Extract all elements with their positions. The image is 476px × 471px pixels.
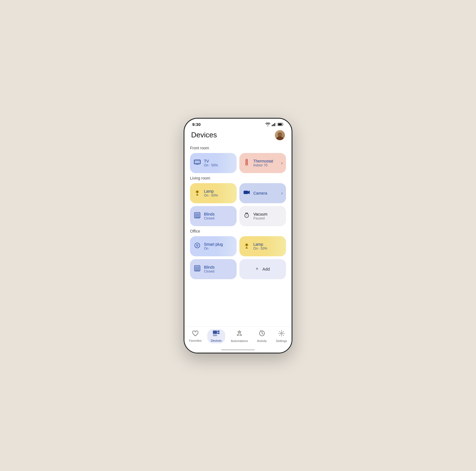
smart-plug-info: Smart plug On: [204, 242, 233, 250]
svg-point-31: [246, 244, 248, 246]
add-icon: +: [256, 266, 259, 272]
svg-rect-29: [198, 244, 198, 245]
avatar[interactable]: [275, 130, 285, 140]
svg-rect-15: [196, 195, 198, 195]
svg-marker-17: [248, 190, 250, 194]
thermostat-chevron: ›: [281, 161, 283, 166]
bottom-nav: Favorites Devices: [184, 326, 292, 347]
svg-rect-40: [217, 331, 220, 332]
nav-item-automations[interactable]: Automations: [227, 329, 251, 344]
vacuum-name: Vacuum: [253, 212, 283, 216]
svg-rect-11: [246, 160, 247, 162]
lamp-office-icon: [243, 242, 251, 250]
battery-icon: [278, 123, 284, 126]
vacuum-info: Vacuum Paused: [253, 212, 283, 220]
svg-rect-0: [272, 125, 273, 126]
svg-rect-39: [213, 331, 217, 334]
device-thermostat[interactable]: Thermostat Indoor 70 ›: [239, 153, 286, 173]
camera-chevron: ›: [281, 191, 283, 196]
blinds-living-status: Closed: [204, 216, 233, 220]
nav-automations-label: Automations: [231, 339, 248, 343]
signal-icon: [272, 123, 276, 126]
app-header: Devices: [184, 128, 292, 144]
page-title: Devices: [191, 131, 217, 139]
blinds-living-name: Blinds: [204, 212, 233, 216]
device-vacuum[interactable]: Vacuum Paused: [239, 206, 286, 226]
vacuum-icon: [243, 212, 251, 220]
svg-rect-28: [196, 244, 197, 245]
lamp-living-status: On · 50%: [204, 193, 233, 197]
nav-item-settings[interactable]: Settings: [273, 329, 290, 344]
status-time: 9:30: [192, 122, 201, 127]
device-lamp-office[interactable]: Lamp On · 50%: [239, 236, 286, 256]
thermostat-info: Thermostat Indoor 70: [253, 159, 278, 167]
lamp-office-status: On · 50%: [253, 247, 283, 250]
device-smart-plug[interactable]: Smart plug On: [190, 236, 237, 256]
thermostat-icon: [243, 159, 251, 167]
vacuum-status: Paused: [253, 216, 283, 220]
blinds-office-status: Closed: [204, 269, 233, 273]
section-office-label: Office: [190, 229, 286, 233]
phone-frame: 9:30 Devices: [184, 118, 292, 353]
smart-plug-status: On: [204, 247, 233, 250]
nav-favorites-label: Favorites: [189, 339, 201, 342]
svg-rect-41: [217, 333, 220, 334]
svg-rect-1: [273, 124, 274, 126]
home-indicator: [184, 347, 292, 353]
svg-rect-33: [246, 248, 248, 248]
blinds-living-info: Blinds Closed: [204, 212, 233, 220]
device-lamp-living[interactable]: Lamp On · 50%: [190, 183, 237, 203]
svg-rect-3: [276, 123, 277, 126]
blinds-office-info: Blinds Closed: [204, 265, 233, 273]
section-living-room-label: Living room: [190, 176, 286, 180]
camera-icon: [243, 190, 251, 196]
add-device-card[interactable]: + Add: [239, 259, 286, 279]
svg-rect-42: [213, 334, 217, 336]
lamp-office-info: Lamp On · 50%: [253, 242, 283, 250]
svg-point-44: [241, 334, 242, 336]
svg-rect-2: [274, 123, 275, 126]
status-icons: [265, 123, 284, 126]
camera-info: Camera: [253, 191, 278, 195]
svg-point-27: [195, 243, 200, 248]
home-bar: [221, 349, 255, 350]
favorites-icon: [192, 330, 199, 338]
smart-plug-name: Smart plug: [204, 242, 233, 247]
svg-point-43: [237, 334, 238, 336]
blinds-living-icon: [193, 212, 201, 220]
svg-rect-7: [196, 164, 198, 164]
office-grid: Smart plug On Lamp On · 50%: [190, 236, 286, 279]
device-camera[interactable]: Camera ›: [239, 183, 286, 203]
thermostat-name: Thermostat: [253, 159, 278, 163]
svg-rect-16: [244, 191, 248, 194]
nav-activity-label: Activity: [257, 339, 267, 343]
camera-name: Camera: [253, 191, 278, 195]
devices-icon: [213, 330, 220, 338]
tv-icon: [193, 160, 201, 166]
blinds-office-icon: [193, 265, 201, 273]
lamp-living-info: Lamp On · 50%: [204, 189, 233, 197]
add-label: Add: [262, 267, 270, 271]
device-blinds-living[interactable]: Blinds Closed: [190, 206, 237, 226]
section-front-room-label: Front room: [190, 146, 286, 150]
wifi-icon: [265, 123, 270, 126]
nav-devices-label: Devices: [211, 339, 222, 342]
svg-point-10: [246, 163, 248, 165]
automations-icon: [236, 330, 243, 338]
device-blinds-office[interactable]: Blinds Closed: [190, 259, 237, 279]
nav-item-favorites[interactable]: Favorites: [186, 329, 205, 343]
tv-name: TV: [204, 159, 233, 163]
tv-status: On · 50%: [204, 163, 233, 167]
lamp-living-name: Lamp: [204, 189, 233, 193]
settings-icon: [278, 330, 285, 338]
svg-rect-8: [194, 160, 200, 164]
svg-rect-5: [278, 123, 282, 125]
nav-item-devices[interactable]: Devices: [207, 329, 225, 343]
svg-point-26: [247, 213, 248, 214]
svg-point-25: [246, 213, 246, 214]
scroll-content: Front room TV On · 50%: [184, 144, 292, 326]
living-room-grid: Lamp On · 50% Camera ›: [190, 183, 286, 226]
device-tv[interactable]: TV On · 50%: [190, 153, 237, 173]
nav-settings-label: Settings: [276, 339, 287, 343]
nav-item-activity[interactable]: Activity: [254, 329, 270, 344]
